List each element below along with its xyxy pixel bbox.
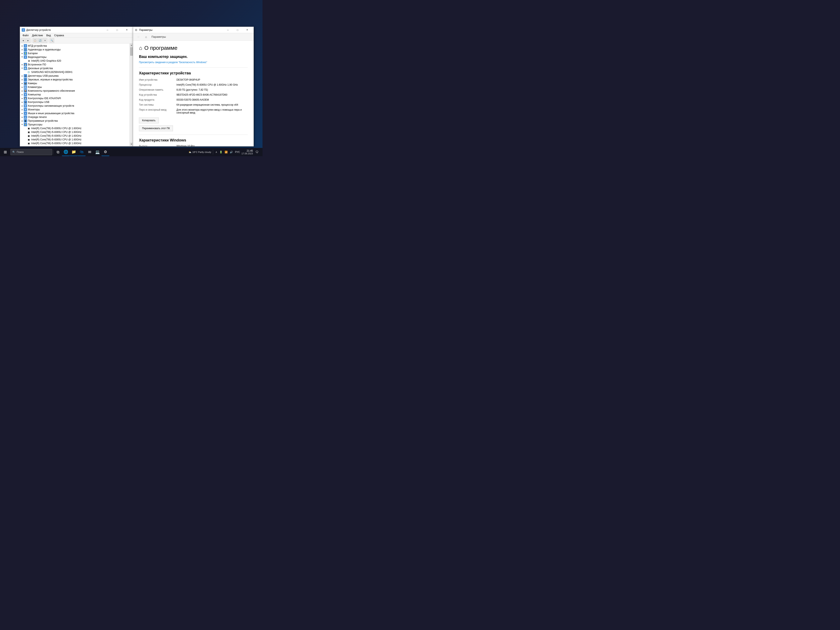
minimize-button[interactable]: ─ [103,27,112,33]
category-icon-keyboard: ⌨ [24,85,27,89]
category-icon-sound: 🎵 [24,78,27,81]
tree-item-cpu-6[interactable]: ▶ ▣ Intel(R) Core(TM) i5-8365U CPU @ 1.6… [20,145,129,146]
copy-button[interactable]: Копировать [139,117,159,123]
tree-item-computer[interactable]: ▶ 🖥 Компьютер [20,93,129,96]
clock-time: 21:45 [242,149,253,152]
tree-item-usb-hubs[interactable]: ▶ 🔌 Диспетчеры USB-разъема [20,74,129,78]
scrollbar-up[interactable]: ▲ [130,44,133,47]
language-indicator[interactable]: РУС [234,150,241,154]
search-box[interactable]: 🔍 Поиск [10,149,52,155]
tree-item-cpu-2[interactable]: ▶ ▣ Intel(R) Core(TM) i5-8365U CPU @ 1.6… [20,130,129,134]
category-icon-battery: 🔋 [24,52,27,55]
settings-taskbar-button[interactable]: ⚙ [101,148,109,156]
volume-tray-icon[interactable]: 🔊 [229,150,234,154]
protected-text: Ваш компьютер защищен. [139,55,248,59]
menu-help[interactable]: Справка [52,33,66,37]
settings-back-button[interactable]: ← [136,34,142,40]
store-button[interactable]: 🛍 [78,148,85,156]
tree-item-usb[interactable]: ▶ 🔌 Контроллеры USB [20,100,129,104]
tree-item-disk[interactable]: ▶ 💿 Дисковые устройства [20,66,129,70]
tree-arrow-ide: ▶ [21,97,23,99]
label-product-id: Код продукта [139,98,177,101]
toolbar-separator-2 [48,39,49,43]
category-icon-disk: 💿 [24,67,27,70]
settings-close-button[interactable]: ✕ [242,27,252,33]
taskview-button[interactable]: ⧉ [54,148,62,156]
category-icon-firmware: 💾 [24,63,27,66]
terminal-button[interactable]: 💻 [93,148,101,156]
tree-arrow-sound: ▶ [21,79,23,81]
category-icon-mice: 🖱 [24,112,27,115]
start-button[interactable]: ⊞ [1,148,9,156]
tree-item-storage[interactable]: ▶ 🗄 Контроллеры запоминающих устройств [20,104,129,108]
windows-logo-icon: ⊞ [4,150,7,155]
update-toolbar-btn[interactable]: 🔄 [38,38,42,43]
weather-widget[interactable]: ⛅ 18°C Partly cloudy [188,151,211,153]
scrollbar-down[interactable]: ▼ [130,142,133,146]
maximize-button[interactable]: □ [112,27,122,33]
weather-text: 18°C Partly cloudy [192,151,211,153]
rename-button[interactable]: Переименовать этот ПК [139,125,173,131]
tree-label-storage: Контроллеры запоминающих устройств [28,104,74,107]
tree-label-cpu-3: Intel(R) Core(TM) i5-8365U CPU @ 1.60GHz [31,134,82,137]
tree-item-sw-devices[interactable]: ▶ 📱 Программные устройства [20,119,129,123]
menu-file[interactable]: Файл [21,33,30,37]
scan-toolbar-btn[interactable]: 🔍 [50,38,54,43]
properties-toolbar-btn[interactable]: 📋 [33,38,37,43]
settings-minimize-button[interactable]: ─ [223,27,233,33]
tree-arrow-computer: ▶ [21,93,23,96]
menu-action[interactable]: Действие [30,33,45,37]
tree-item-ide[interactable]: ▶ 💾 Контроллеры IDE ATA/ATAPI [20,96,129,100]
category-icon-monitors: 🖥 [24,108,27,111]
tree-item-processors[interactable]: ▶ ⚡ Процессоры [20,123,129,126]
settings-home-button[interactable]: ⌂ [143,34,149,40]
info-row-edition: Выпуск Windows 10 Pro [139,145,248,146]
tree-item-samsung[interactable]: ▶ 💿 SAMSUNG MZVLB256HAHQ-000H1 [20,70,129,74]
tree-item-audio[interactable]: ▶ 🔊 Аудиовходы и аудиовыходы [20,48,129,52]
device-tree[interactable]: ▶ ⚙ МТД-устройства ▶ 🔊 Аудиовходы и ауди… [20,44,130,146]
settings-titlebar-icon: ⚙ [135,28,137,32]
clock[interactable]: 21:45 17.09.2023 [242,149,253,155]
tree-item-video[interactable]: ▶ 🖥 Видеоадаптеры [20,55,129,59]
network-tray-icon[interactable]: 📶 [224,150,228,154]
forward-toolbar-btn[interactable]: ► [26,38,30,43]
settings-maximize-button[interactable]: □ [233,27,242,33]
close-button[interactable]: ✕ [122,27,131,33]
device-info-table: Имя устройства DESKTOP-0K8P4UP Процессор… [139,78,248,114]
tree-item-sound[interactable]: ▶ 🎵 Звуковые, игровые и видеоустройства [20,78,129,82]
tree-item-cpu-3[interactable]: ▶ ▣ Intel(R) Core(TM) i5-8365U CPU @ 1.6… [20,134,129,138]
tree-item-battery[interactable]: ▶ 🔋 Батареи [20,52,129,55]
tree-item-cpu-5[interactable]: ▶ ▣ Intel(R) Core(TM) i5-8365U CPU @ 1.6… [20,142,129,145]
tree-item-cpu-4[interactable]: ▶ ▣ Intel(R) Core(TM) i5-8365U CPU @ 1.6… [20,138,129,142]
tree-item-mice[interactable]: ▶ 🖱 Мыши и иные указывающие устройства [20,112,129,115]
tree-item-firmware[interactable]: ▶ 💾 Встроенное ПО [20,63,129,66]
tree-item-software[interactable]: ▶ 📦 Компоненты программного обеспечения [20,89,129,93]
uninstall-toolbar-btn[interactable]: ✕ [43,38,47,43]
device-tree-scrollbar[interactable]: ▲ ▼ [130,44,133,146]
tree-item-print-queues[interactable]: ▶ 🖨 Очереди печати [20,115,129,119]
tree-item-keyboard[interactable]: ▶ ⌨ Клавиатуры [20,85,129,89]
security-link[interactable]: Просмотреть сведения в разделе "Безопасн… [139,61,248,64]
tree-label-software: Компоненты программного обеспечения [28,89,75,92]
value-pen-touch: Для этого монитора недоступен ввод с пом… [177,108,248,114]
tree-item-mtd[interactable]: ▶ ⚙ МТД-устройства [20,44,129,48]
scrollbar-thumb[interactable] [130,47,133,55]
tree-label-samsung: SAMSUNG MZVLB256HAHQ-000H1 [31,71,73,74]
tree-item-cameras[interactable]: ▶ 📷 Камеры [20,82,129,85]
explorer-button[interactable]: 📁 [70,148,78,156]
label-device-id: Код устройства [139,93,177,96]
back-toolbar-btn[interactable]: ◄ [21,38,25,43]
mail-button[interactable]: ✉ [85,148,93,156]
chevron-icon[interactable]: ∧ [215,150,218,154]
tree-item-monitors[interactable]: ▶ 🖥 Мониторы [20,108,129,112]
tree-label-cpu-1: Intel(R) Core(TM) i5-8365U CPU @ 1.60GHz [31,127,82,130]
tree-item-cpu-1[interactable]: ▶ ▣ Intel(R) Core(TM) i5-8365U CPU @ 1.6… [20,126,129,130]
settings-window: ⚙ Параметры ─ □ ✕ ← ⌂ Параметры ⌂ О прог… [133,27,254,147]
edge-button[interactable]: 🌐 [62,148,70,156]
notification-center-button[interactable]: 🗨 [254,148,260,156]
page-title-icon: ⌂ [139,45,142,51]
category-icon-mtd: ⚙ [24,44,27,47]
menu-view[interactable]: Вид [44,33,52,37]
tree-item-uhd620[interactable]: ▶ 🖥 Intel(R) UHD Graphics 620 [20,59,129,63]
battery-tray-icon[interactable]: 🔋 [219,150,223,154]
